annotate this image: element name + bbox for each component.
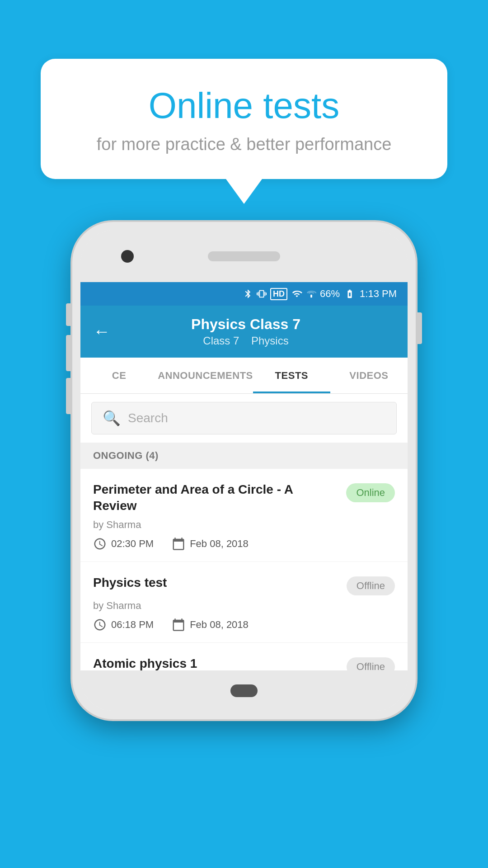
test-meta: 06:18 PM Feb 08, 2018 xyxy=(93,618,395,632)
search-bar[interactable]: 🔍 Search xyxy=(91,402,397,434)
test-time: 02:30 PM xyxy=(93,537,154,551)
phone-inner: HD 66% xyxy=(80,230,408,711)
battery-icon xyxy=(343,289,356,299)
status-badge: Offline xyxy=(347,576,395,595)
vibrate-icon xyxy=(257,289,267,299)
test-list: Perimeter and Area of a Circle - A Revie… xyxy=(80,469,408,670)
battery-percentage: 66% xyxy=(320,288,340,300)
test-meta: 02:30 PM Feb 08, 2018 xyxy=(93,537,395,551)
app-bar-subtitle: Class 7 Physics xyxy=(119,335,372,347)
phone-volume-up-button xyxy=(66,335,72,371)
app-bar-title: Physics Class 7 xyxy=(119,316,372,333)
signal-icon xyxy=(306,289,316,299)
tab-videos[interactable]: VIDEOS xyxy=(330,358,408,393)
test-item-header: Perimeter and Area of a Circle - A Revie… xyxy=(93,481,395,514)
earpiece xyxy=(208,251,280,261)
promo-title: Online tests xyxy=(72,86,416,126)
bluetooth-icon xyxy=(243,289,253,299)
test-title: Atomic physics 1 xyxy=(93,656,338,670)
tab-tests[interactable]: TESTS xyxy=(253,358,330,393)
screen: HD 66% xyxy=(80,282,408,670)
search-bar-wrapper: 🔍 Search xyxy=(80,394,408,443)
phone-top-hardware xyxy=(80,230,408,282)
speech-bubble: Online tests for more practice & better … xyxy=(41,59,447,179)
svg-rect-0 xyxy=(310,295,312,297)
test-date: Feb 08, 2018 xyxy=(172,537,249,551)
search-icon: 🔍 xyxy=(103,410,121,427)
test-item[interactable]: Perimeter and Area of a Circle - A Revie… xyxy=(80,469,408,562)
home-button[interactable] xyxy=(230,684,258,697)
search-placeholder: Search xyxy=(128,411,168,425)
promo-subtitle: for more practice & better performance xyxy=(72,135,416,154)
promo-section: Online tests for more practice & better … xyxy=(41,59,447,204)
app-bar-title-group: Physics Class 7 Class 7 Physics xyxy=(119,316,372,347)
calendar-icon xyxy=(172,537,185,551)
test-time: 06:18 PM xyxy=(93,618,154,632)
clock-icon xyxy=(93,618,107,632)
phone-body: HD 66% xyxy=(72,222,416,719)
tab-bar: CE ANNOUNCEMENTS TESTS VIDEOS xyxy=(80,358,408,394)
tab-announcements[interactable]: ANNOUNCEMENTS xyxy=(158,358,253,393)
back-button[interactable]: ← xyxy=(93,322,110,341)
test-item[interactable]: Atomic physics 1 Offline by Sharma 12:30… xyxy=(80,643,408,670)
phone-volume-down-button xyxy=(66,378,72,414)
test-title: Perimeter and Area of a Circle - A Revie… xyxy=(93,481,337,514)
front-camera xyxy=(121,250,134,263)
phone-mockup: HD 66% xyxy=(72,222,416,719)
test-title: Physics test xyxy=(93,575,338,591)
test-author: by Sharma xyxy=(93,600,395,612)
test-item-header: Physics test Offline xyxy=(93,575,395,595)
status-bar-icons: HD 66% xyxy=(243,288,397,300)
wifi-icon xyxy=(291,289,303,299)
clock-icon xyxy=(93,537,107,551)
section-header: ONGOING (4) xyxy=(80,443,408,469)
status-badge: Online xyxy=(346,483,395,502)
phone-mute-button xyxy=(66,303,72,326)
tab-ce[interactable]: CE xyxy=(80,358,158,393)
test-author: by Sharma xyxy=(93,519,395,531)
speech-bubble-arrow xyxy=(226,179,262,204)
test-item-header: Atomic physics 1 Offline xyxy=(93,656,395,670)
app-bar: ← Physics Class 7 Class 7 Physics xyxy=(80,306,408,358)
phone-power-button xyxy=(416,312,422,344)
test-date: Feb 08, 2018 xyxy=(172,618,249,632)
calendar-icon xyxy=(172,618,185,632)
test-item[interactable]: Physics test Offline by Sharma 06:18 PM xyxy=(80,562,408,643)
status-time: 1:13 PM xyxy=(360,288,397,300)
status-bar: HD 66% xyxy=(80,282,408,306)
hd-badge: HD xyxy=(270,288,287,300)
status-badge: Offline xyxy=(347,657,395,670)
phone-bottom-hardware xyxy=(80,670,408,711)
